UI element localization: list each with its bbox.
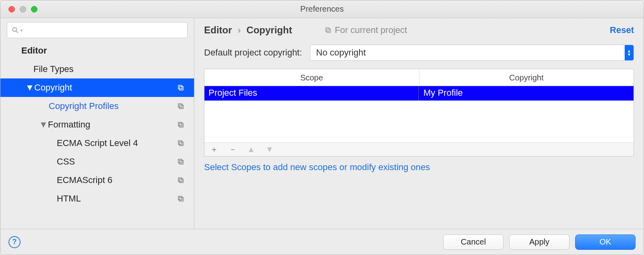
main-header: Editor › Copyright For current project R… xyxy=(194,18,644,42)
settings-tree: Editor File Types ▼ Copyright Copyright … xyxy=(0,41,194,229)
tree-item-formatting[interactable]: ▼ Formatting xyxy=(0,115,194,134)
tree-item-label: File Types xyxy=(33,64,74,74)
breadcrumb-root: Editor xyxy=(204,25,232,36)
traffic-lights xyxy=(0,6,37,12)
cell-copyright: My Profile xyxy=(419,86,634,101)
tree-item-ecma4[interactable]: ECMA Script Level 4 xyxy=(0,134,194,152)
default-copyright-label: Default project copyright: xyxy=(204,47,302,58)
tree-item-html[interactable]: HTML xyxy=(0,189,194,208)
svg-rect-6 xyxy=(178,122,182,126)
cancel-button[interactable]: Cancel xyxy=(443,234,504,250)
default-copyright-select[interactable]: No copyright ▲▼ xyxy=(310,45,634,61)
select-scopes-link[interactable]: Select Scopes to add new scopes or modif… xyxy=(194,156,644,178)
window-title: Preferences xyxy=(0,4,644,14)
project-scope-icon xyxy=(324,27,332,34)
search-field[interactable]: ▾ xyxy=(7,22,188,38)
titlebar: Preferences xyxy=(0,0,644,18)
chevron-down-icon: ▼ xyxy=(39,119,45,130)
select-stepper-icon: ▲▼ xyxy=(625,45,634,60)
remove-button[interactable]: － xyxy=(229,144,237,155)
tree-item-label: Copyright xyxy=(34,82,72,93)
svg-point-0 xyxy=(12,27,17,31)
svg-rect-14 xyxy=(178,196,182,200)
svg-rect-5 xyxy=(180,105,183,109)
help-icon: ? xyxy=(12,238,17,246)
apply-button[interactable]: Apply xyxy=(509,234,570,250)
svg-rect-10 xyxy=(178,159,182,163)
dialog-footer: ? Cancel Apply OK xyxy=(0,229,644,255)
project-scope-icon xyxy=(177,158,184,165)
tree-item-label: Editor xyxy=(21,45,47,56)
svg-rect-2 xyxy=(178,85,182,89)
default-copyright-row: Default project copyright: No copyright … xyxy=(194,42,644,66)
dropdown-caret-icon: ▾ xyxy=(21,28,23,33)
move-up-button[interactable]: ▲ xyxy=(247,145,255,154)
tree-item-label: CSS xyxy=(57,156,75,167)
reset-link[interactable]: Reset xyxy=(610,25,634,35)
breadcrumb-separator: › xyxy=(237,25,241,36)
svg-rect-17 xyxy=(327,29,330,33)
tree-item-file-types[interactable]: File Types xyxy=(0,60,194,78)
breadcrumb: Editor › Copyright xyxy=(204,25,292,36)
scope-indicator: For current project xyxy=(324,25,407,35)
svg-rect-13 xyxy=(180,179,183,183)
move-down-button[interactable]: ▼ xyxy=(266,145,274,154)
tree-item-css[interactable]: CSS xyxy=(0,152,194,171)
svg-rect-15 xyxy=(180,197,183,201)
select-value: No copyright xyxy=(316,47,366,58)
table-header: Scope Copyright xyxy=(204,69,634,86)
window-close-button[interactable] xyxy=(8,6,15,12)
scope-table: Scope Copyright Project Files My Profile… xyxy=(204,69,634,156)
svg-rect-8 xyxy=(178,141,182,144)
chevron-down-icon: ▼ xyxy=(25,82,32,93)
svg-rect-9 xyxy=(180,142,183,146)
tree-item-copyright-profiles[interactable]: Copyright Profiles xyxy=(0,97,194,115)
tree-item-label: ECMA Script Level 4 xyxy=(57,138,138,148)
main-panel: Editor › Copyright For current project R… xyxy=(194,18,644,229)
breadcrumb-current: Copyright xyxy=(246,25,292,36)
table-row[interactable]: Project Files My Profile xyxy=(204,86,634,101)
tree-item-label: Copyright Profiles xyxy=(49,101,119,111)
tree-item-ecmascript6[interactable]: ECMAScript 6 xyxy=(0,171,194,189)
column-header-copyright[interactable]: Copyright xyxy=(419,69,634,86)
window-zoom-button[interactable] xyxy=(31,6,37,12)
tree-item-editor[interactable]: Editor xyxy=(0,41,194,60)
project-scope-icon xyxy=(177,103,184,110)
project-scope-icon xyxy=(177,195,184,202)
project-scope-icon xyxy=(177,84,184,91)
preferences-sidebar: ▾ Editor File Types ▼ Copyright Copyrigh… xyxy=(0,18,194,229)
ok-button[interactable]: OK xyxy=(575,234,636,250)
search-input[interactable] xyxy=(24,26,183,35)
help-button[interactable]: ? xyxy=(8,236,21,248)
add-button[interactable]: ＋ xyxy=(210,144,218,155)
svg-rect-11 xyxy=(180,160,183,164)
tree-item-label: HTML xyxy=(57,193,81,204)
project-scope-icon xyxy=(177,177,184,184)
table-body: Project Files My Profile xyxy=(204,86,634,142)
scope-label: For current project xyxy=(335,25,407,35)
project-scope-icon xyxy=(177,140,184,147)
search-icon xyxy=(11,26,19,34)
tree-item-label: ECMAScript 6 xyxy=(57,175,112,185)
cell-scope: Project Files xyxy=(204,86,419,101)
window-minimize-button[interactable] xyxy=(20,6,26,12)
project-scope-icon xyxy=(177,121,184,128)
tree-item-label: Formatting xyxy=(48,119,90,130)
tree-item-copyright[interactable]: ▼ Copyright xyxy=(0,78,194,97)
svg-rect-3 xyxy=(180,86,183,90)
column-header-scope[interactable]: Scope xyxy=(204,69,419,86)
table-toolbar: ＋ － ▲ ▼ xyxy=(204,142,634,156)
svg-rect-7 xyxy=(180,123,183,127)
svg-rect-12 xyxy=(178,178,182,181)
svg-rect-16 xyxy=(326,28,329,31)
svg-rect-4 xyxy=(178,104,182,107)
svg-line-1 xyxy=(17,31,18,33)
